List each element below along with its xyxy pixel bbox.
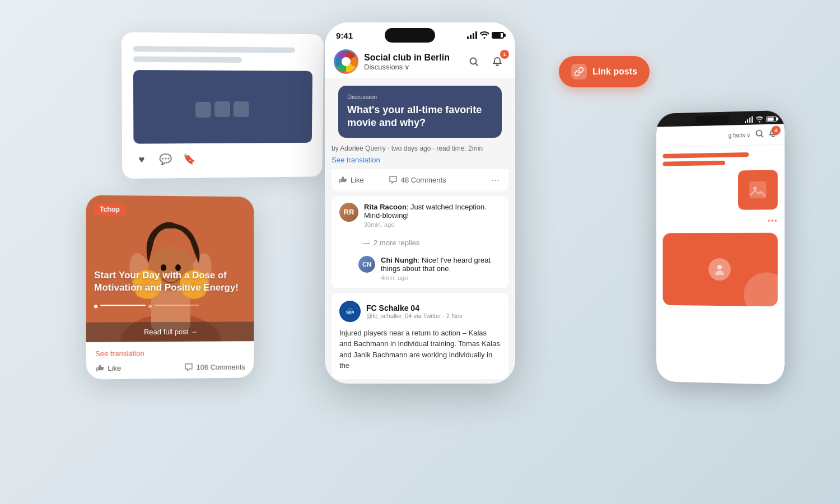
comment-icon[interactable]: 💬 [157,151,173,167]
right-battery [766,116,776,122]
orange-bar-1 [663,152,749,158]
comment-user: Rita Racoon [364,203,407,211]
right-notification-button[interactable]: 4 [768,129,777,141]
right-wifi-icon [755,116,763,123]
main-phone: 9:41 Social club [325,22,515,384]
discussion-card: Discussion What's your all-time favorite… [338,86,502,138]
see-translation-link[interactable]: See translation [95,348,245,358]
orange-bar-2 [663,161,726,166]
post-actions: Like 48 Comments ··· [332,168,508,192]
person-avatar-circle [708,258,731,281]
chi-avatar: CN [358,256,375,273]
article-actions: Like 106 Comments [95,362,245,373]
reply-text: Chi Nungh: Nice! I've heard great things… [381,256,501,273]
svg-text:S04: S04 [346,310,354,315]
article-comments-button[interactable]: 106 Comments [184,362,245,372]
reply-user: Chi Nungh [381,256,418,264]
post-text: Injured players near a return to action … [339,328,501,371]
right-image-placeholder [738,170,778,209]
club-avatar[interactable] [334,49,358,74]
phone-content: Discussion What's your all-time favorite… [325,79,515,384]
desktop-mockup-card: ♥ 💬 🔖 [122,32,324,179]
club-info: Social club in Berlin Discussions ∨ [364,53,450,71]
read-full-post-button[interactable]: Read full post → [86,321,254,342]
comment-item: RR Rita Racoon: Just watched Inception. … [332,196,508,235]
article-title-text: Start Your Day with a Dose of Motivation… [86,269,254,322]
comment-body: Rita Racoon: Just watched Inception. Min… [364,203,501,228]
like-button[interactable]: Like [338,175,389,184]
article-image: Tchop Start Your Day with a Dose of Moti… [86,195,254,342]
decorative-circle [744,272,778,306]
discussion-post-container: Discussion What's your all-time favorite… [332,86,508,138]
right-search-button[interactable] [755,129,764,141]
signal-bar-1 [467,36,469,39]
comments-button[interactable]: 48 Comments [389,175,489,184]
article-like-button[interactable]: Like [95,363,121,373]
see-translation-link[interactable]: See translation [332,156,380,164]
comment-time: 30min. ago [364,221,501,228]
signal-bars [467,31,477,39]
skeleton-line [133,46,295,53]
right-notification-badge: 4 [772,125,781,135]
status-bar: 9:41 [325,22,515,45]
reply-time: 4min. ago [381,274,501,281]
wifi-icon [480,31,489,40]
bookmark-icon[interactable]: 🔖 [181,151,197,167]
notification-button[interactable]: 1 [488,53,506,71]
right-phone: g facts ∨ 4 [656,110,785,385]
comments-section: RR Rita Racoon: Just watched Inception. … [332,196,508,288]
svg-line-1 [476,64,478,66]
link-posts-label: Link posts [592,67,637,77]
heart-icon[interactable]: ♥ [134,152,150,167]
schalke-avatar: S04 [339,301,361,322]
three-dots[interactable]: ··· [663,215,778,227]
right-status-icons [745,115,777,123]
see-translation-wrapper: See translation [325,152,515,168]
header-right: 1 [465,53,506,71]
skeleton-square [214,101,230,117]
signal-bar-3 [473,33,474,39]
app-header: Social club in Berlin Discussions ∨ [325,45,515,79]
signal-bar-4 [475,31,477,39]
article-source-badge: Tchop [94,203,125,216]
action-icons-row: ♥ 💬 🔖 [134,151,312,167]
status-icons [467,31,504,40]
skeleton-image [133,70,312,144]
club-avatar-inner [335,51,357,72]
post-username: FC Schalke 04 [366,304,463,312]
link-posts-icon [571,64,587,80]
discussion-meta: by Adorlee Querry · two days ago · read … [332,144,508,152]
right-phone-body: g facts ∨ 4 [656,124,785,385]
skeleton-line [133,56,242,63]
svg-line-24 [761,135,763,137]
article-bottom-actions: See translation Like 106 Comments [86,341,254,380]
schalke-post-card: S04 FC Schalke 04 @fc_schalke_04 via Twi… [332,293,508,379]
discussion-label: Discussion [347,94,493,100]
article-bottom-overlay: Start Your Day with a Dose of Motivation… [86,269,254,342]
more-replies[interactable]: — 2 more replies [332,235,508,249]
image-dots-row [663,170,778,210]
content-bars [663,152,778,166]
club-section[interactable]: Discussions ∨ [364,63,450,71]
right-phone-header: g facts ∨ 4 [656,124,785,147]
rita-avatar: RR [339,203,358,222]
skeleton-square [234,101,249,117]
right-phone-content: ··· [656,145,785,314]
dynamic-island [385,28,435,43]
svg-point-0 [470,58,477,64]
article-card-phone: Tchop Start Your Day with a Dose of Moti… [86,195,254,379]
search-button[interactable] [465,53,483,71]
comment-text: Rita Racoon: Just watched Inception. Min… [364,203,501,220]
orange-featured-card [663,233,778,306]
post-header: S04 FC Schalke 04 @fc_schalke_04 via Twi… [339,301,501,322]
post-user-info: FC Schalke 04 @fc_schalke_04 via Twitter… [366,304,463,319]
svg-point-27 [717,265,722,269]
reply-body: Chi Nungh: Nice! I've heard great things… [381,256,501,281]
skeleton-square [195,102,211,118]
reply-item: CN Chi Nungh: Nice! I've heard great thi… [332,249,508,288]
header-left: Social club in Berlin Discussions ∨ [334,49,450,74]
right-signal [745,116,753,123]
battery-fill [493,33,501,38]
link-posts-button[interactable]: Link posts [559,56,650,87]
more-button[interactable]: ··· [489,174,502,186]
